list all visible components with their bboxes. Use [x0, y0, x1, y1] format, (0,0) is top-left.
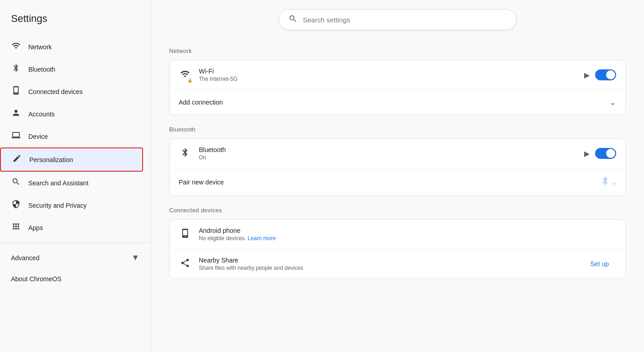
wifi-row-text: Wi-Fi The Internet-5G [199, 68, 577, 82]
nearby-share-text: Nearby Share Share files with nearby peo… [199, 257, 576, 271]
sidebar-item-apps[interactable]: Apps [0, 216, 143, 239]
sidebar-item-bluetooth-label: Bluetooth [28, 66, 55, 73]
android-phone-row[interactable]: Android phone No eligible devices. Learn… [170, 220, 625, 249]
pair-new-device-row[interactable]: Pair new device + [170, 168, 625, 195]
device-icon [11, 131, 21, 142]
wifi-row[interactable]: 🔒 Wi-Fi The Internet-5G ▶ [170, 60, 625, 90]
add-connection-label: Add connection [179, 99, 223, 106]
sidebar: Settings Network Bluetooth Connected dev… [0, 0, 151, 352]
bluetooth-subtitle: On [199, 154, 577, 161]
sidebar-item-personalization[interactable]: Personalization [0, 147, 143, 172]
wifi-toggle[interactable] [595, 69, 616, 80]
nearby-share-right: Set up [583, 257, 616, 271]
bluetooth-toggle[interactable] [595, 148, 616, 159]
bluetooth-icon [11, 63, 21, 75]
apps-icon [11, 222, 21, 233]
nearby-share-icon [179, 258, 192, 270]
wifi-row-icon: 🔒 [179, 69, 192, 81]
bluetooth-row-icon [179, 147, 192, 160]
bluetooth-card: Bluetooth On ▶ Pair new device + [169, 138, 626, 196]
wifi-subtitle: The Internet-5G [199, 76, 577, 82]
connected-devices-card: Android phone No eligible devices. Learn… [169, 219, 626, 279]
sidebar-item-personalization-label: Personalization [29, 156, 73, 163]
nearby-share-subtitle: Share files with nearby people and devic… [199, 265, 576, 271]
sidebar-item-security-label: Security and Privacy [28, 202, 87, 209]
sidebar-item-connected-devices[interactable]: Connected devices [0, 80, 143, 103]
android-phone-subtitle: No eligible devices. Learn more [199, 235, 616, 242]
network-section-title: Network [169, 47, 626, 54]
search-bar-container [169, 0, 626, 44]
accounts-icon [11, 108, 21, 120]
add-connection-chevron-icon: ⌄ [609, 97, 616, 107]
bluetooth-row-right: ▶ [584, 148, 616, 159]
sidebar-item-security-privacy[interactable]: Security and Privacy [0, 194, 143, 216]
sidebar-item-search-assistant[interactable]: Search and Assistant [0, 172, 143, 194]
network-card: 🔒 Wi-Fi The Internet-5G ▶ Add connection… [169, 60, 626, 115]
sidebar-item-device[interactable]: Device [0, 125, 143, 147]
sidebar-divider [0, 242, 150, 243]
sidebar-item-network-label: Network [28, 43, 52, 51]
wifi-lock-icon: 🔒 [180, 69, 190, 81]
wifi-title: Wi-Fi [199, 68, 577, 75]
nearby-share-title: Nearby Share [199, 257, 576, 264]
search-bar[interactable] [279, 9, 516, 30]
personalization-icon [12, 154, 22, 165]
about-label: About ChromeOS [11, 275, 62, 283]
search-assistant-icon [11, 177, 21, 189]
advanced-left: Advanced [11, 254, 39, 262]
advanced-label: Advanced [11, 254, 39, 262]
sidebar-item-device-label: Device [28, 133, 48, 140]
bluetooth-row[interactable]: Bluetooth On ▶ [170, 139, 625, 168]
sidebar-item-bluetooth[interactable]: Bluetooth [0, 58, 143, 80]
bluetooth-chevron-icon: ▶ [584, 149, 590, 158]
sidebar-item-accounts-label: Accounts [28, 110, 55, 118]
chevron-down-icon: ▼ [131, 253, 139, 263]
search-icon [288, 14, 298, 25]
nearby-share-row[interactable]: Nearby Share Share files with nearby peo… [170, 249, 625, 278]
sidebar-item-accounts[interactable]: Accounts [0, 103, 143, 125]
setup-button[interactable]: Set up [583, 257, 616, 271]
connected-devices-section-title: Connected devices [169, 207, 626, 214]
no-eligible-text: No eligible devices. [199, 235, 246, 242]
wifi-row-right: ▶ [584, 69, 616, 80]
android-phone-icon [179, 228, 192, 241]
app-title: Settings [0, 7, 150, 36]
sidebar-item-connected-devices-label: Connected devices [28, 88, 83, 95]
search-input[interactable] [303, 16, 507, 24]
android-phone-title: Android phone [199, 227, 616, 234]
wifi-chevron-icon: ▶ [584, 71, 590, 79]
add-connection-row[interactable]: Add connection ⌄ [170, 90, 625, 115]
learn-more-link[interactable]: Learn more [248, 235, 276, 242]
bluetooth-row-text: Bluetooth On [199, 146, 577, 161]
sidebar-item-search-assistant-label: Search and Assistant [28, 179, 89, 187]
bluetooth-section-title: Bluetooth [169, 126, 626, 133]
network-icon [11, 41, 21, 53]
connected-devices-icon [11, 86, 21, 97]
sidebar-advanced[interactable]: Advanced ▼ [0, 247, 150, 269]
security-icon [11, 200, 21, 211]
sidebar-item-apps-label: Apps [28, 224, 43, 231]
pair-device-label: Pair new device [179, 179, 224, 186]
android-phone-text: Android phone No eligible devices. Learn… [199, 227, 616, 242]
bluetooth-title: Bluetooth [199, 146, 577, 153]
sidebar-item-network[interactable]: Network [0, 36, 143, 58]
wifi-lock-badge: 🔒 [187, 78, 192, 83]
main-content: Network 🔒 Wi-Fi The Internet-5G ▶ [151, 0, 644, 352]
bluetooth-add-icon: + [600, 176, 616, 188]
sidebar-item-about[interactable]: About ChromeOS [0, 269, 150, 289]
